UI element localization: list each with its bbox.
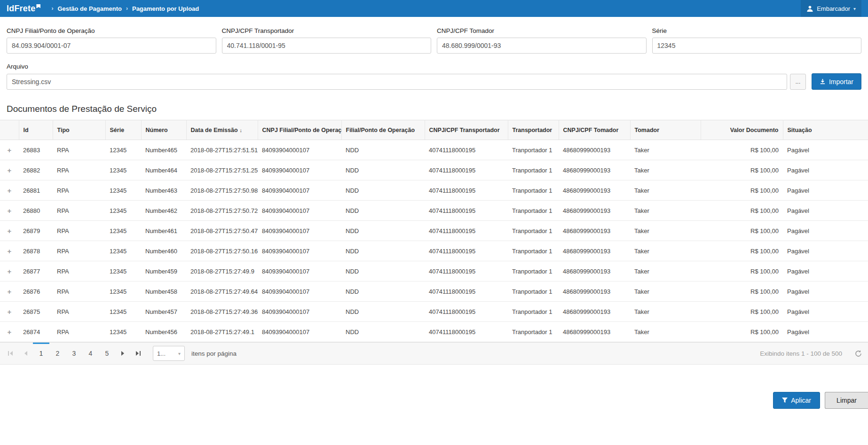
logo-flag-icon: [36, 4, 40, 8]
cell-valor: R$ 100,00: [701, 261, 783, 281]
column-header-data-emissao[interactable]: Data de Emissão↓: [186, 120, 258, 140]
cell-id: 26879: [19, 221, 53, 241]
cell-numero: Number465: [141, 140, 186, 160]
breadcrumb-pagamento-upload[interactable]: Pagamento por Upload: [132, 5, 199, 12]
cell-cnpj-filial: 84093904000107: [258, 160, 341, 180]
cell-serie: 12345: [105, 302, 141, 322]
cell-tipo: RPA: [53, 241, 105, 261]
cell-filial: NDD: [341, 302, 425, 322]
column-header-cnpj-filial[interactable]: CNPJ Filial/Ponto de Operaç...: [258, 120, 341, 140]
cell-data-emissao: 2018-08-27T15:27:50.163: [186, 241, 258, 261]
cell-cnpj-transportador: 40741118000195: [425, 180, 508, 201]
cell-transportador: Tranportador 1: [508, 302, 559, 322]
expand-row-icon[interactable]: +: [4, 227, 15, 235]
import-button[interactable]: Importar: [812, 73, 861, 90]
cell-situacao: Pagável: [783, 281, 868, 302]
page-button-4[interactable]: 4: [82, 343, 99, 364]
column-header-serie[interactable]: Série: [105, 120, 141, 140]
next-page-button[interactable]: [115, 343, 130, 364]
app-logo[interactable]: ldFrete: [7, 4, 40, 14]
cell-cnpj-tomador: 48680999000193: [559, 241, 630, 261]
filter-form: CNPJ Filial/Ponto de Operação CNPJ/CPF T…: [0, 17, 868, 90]
cell-cnpj-filial: 84093904000107: [258, 180, 341, 201]
expand-row-icon[interactable]: +: [4, 308, 15, 316]
breadcrumb-chevron-icon: ›: [51, 5, 53, 12]
column-header-tomador[interactable]: Tomador: [630, 120, 701, 140]
cell-data-emissao: 2018-08-27T15:27:49.647: [186, 281, 258, 302]
table-row: + 26882 RPA 12345 Number464 2018-08-27T1…: [0, 160, 868, 180]
cell-serie: 12345: [105, 241, 141, 261]
cell-tomador: Taker: [630, 221, 701, 241]
arquivo-file-input: [7, 74, 787, 90]
cell-cnpj-tomador: 48680999000193: [559, 160, 630, 180]
cell-id: 26875: [19, 302, 53, 322]
cell-serie: 12345: [105, 201, 141, 221]
page-button-2[interactable]: 2: [49, 343, 66, 364]
cell-serie: 12345: [105, 261, 141, 281]
column-header-cnpj-transportador[interactable]: CNPJ/CPF Transportador: [425, 120, 508, 140]
column-header-numero[interactable]: Número: [141, 120, 186, 140]
table-header: Id Tipo Série Número Data de Emissão↓ CN…: [0, 120, 868, 140]
cell-numero: Number464: [141, 160, 186, 180]
cell-tomador: Taker: [630, 302, 701, 322]
cell-data-emissao: 2018-08-27T15:27:51.257: [186, 160, 258, 180]
column-header-filial[interactable]: Filial/Ponto de Operação: [341, 120, 425, 140]
table-row: + 26883 RPA 12345 Number465 2018-08-27T1…: [0, 140, 868, 160]
cell-tomador: Taker: [630, 180, 701, 201]
expand-row-icon[interactable]: +: [4, 207, 15, 215]
expand-column-header: [0, 120, 19, 140]
cell-cnpj-filial: 84093904000107: [258, 302, 341, 322]
cnpj-filial-input[interactable]: [7, 38, 216, 54]
column-header-transportador[interactable]: Transportador: [508, 120, 559, 140]
last-page-button[interactable]: [130, 343, 145, 364]
serie-input[interactable]: [652, 38, 862, 54]
expand-row-icon[interactable]: +: [4, 288, 15, 296]
apply-button[interactable]: Aplicar: [773, 392, 820, 409]
sort-desc-icon: ↓: [240, 127, 243, 133]
page-button-5[interactable]: 5: [99, 343, 115, 364]
page-button-3[interactable]: 3: [66, 343, 82, 364]
cell-valor: R$ 100,00: [701, 221, 783, 241]
cell-tomador: Taker: [630, 140, 701, 160]
column-header-cnpj-tomador[interactable]: CNPJ/CPF Tomador: [559, 120, 630, 140]
column-header-id[interactable]: Id: [19, 120, 53, 140]
expand-row-icon[interactable]: +: [4, 187, 15, 195]
cell-transportador: Tranportador 1: [508, 221, 559, 241]
column-header-situacao[interactable]: Situação: [783, 120, 868, 140]
cell-cnpj-filial: 84093904000107: [258, 140, 341, 160]
cnpj-tomador-input[interactable]: [437, 38, 647, 54]
cell-numero: Number458: [141, 281, 186, 302]
cnpj-transportador-input[interactable]: [222, 38, 432, 54]
previous-page-button: [18, 343, 33, 364]
refresh-icon[interactable]: [854, 350, 862, 358]
user-menu[interactable]: Embarcador ▾: [801, 0, 861, 17]
expand-row-icon[interactable]: +: [4, 166, 15, 174]
cell-tipo: RPA: [53, 160, 105, 180]
breadcrumb-gestao-pagamento[interactable]: Gestão de Pagamento: [57, 5, 122, 12]
cell-transportador: Tranportador 1: [508, 201, 559, 221]
expand-row-icon[interactable]: +: [4, 328, 15, 336]
expand-row-icon[interactable]: +: [4, 247, 15, 255]
cell-data-emissao: 2018-08-27T15:27:49.36: [186, 302, 258, 322]
cell-transportador: Tranportador 1: [508, 241, 559, 261]
clear-button[interactable]: Limpar: [825, 392, 868, 409]
page-size-select[interactable]: 1... ▾: [153, 346, 185, 361]
cell-situacao: Pagável: [783, 261, 868, 281]
browse-file-button[interactable]: ...: [790, 74, 806, 90]
cell-cnpj-filial: 84093904000107: [258, 221, 341, 241]
table-row: + 26878 RPA 12345 Number460 2018-08-27T1…: [0, 241, 868, 261]
expand-row-icon[interactable]: +: [4, 146, 15, 154]
page-button-1[interactable]: 1: [33, 343, 49, 364]
cell-valor: R$ 100,00: [701, 241, 783, 261]
cnpj-tomador-label: CNPJ/CPF Tomador: [437, 27, 647, 34]
cnpj-transportador-label: CNPJ/CPF Transportador: [222, 27, 432, 34]
cell-tomador: Taker: [630, 261, 701, 281]
cell-filial: NDD: [341, 160, 425, 180]
cell-tipo: RPA: [53, 261, 105, 281]
column-header-valor[interactable]: Valor Documento: [701, 120, 783, 140]
cell-numero: Number459: [141, 261, 186, 281]
footer-actions: Aplicar Limpar: [0, 392, 868, 409]
expand-row-icon[interactable]: +: [4, 267, 15, 275]
cell-transportador: Tranportador 1: [508, 281, 559, 302]
column-header-tipo[interactable]: Tipo: [53, 120, 105, 140]
